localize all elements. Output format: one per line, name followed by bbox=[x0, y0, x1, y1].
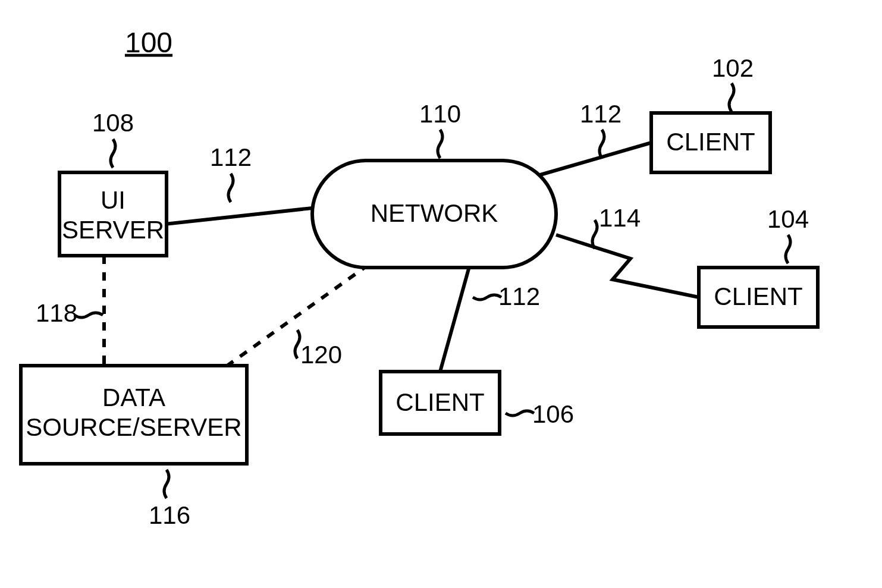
ref-106: 106 bbox=[532, 400, 574, 428]
ref-squiggle-120 bbox=[295, 330, 300, 359]
ref-116: 116 bbox=[149, 501, 190, 529]
client-right-label: CLIENT bbox=[714, 282, 802, 310]
ref-squiggle-112-top bbox=[599, 130, 604, 158]
data-source-label-line1: DATA bbox=[102, 383, 165, 411]
data-source-node: DATA SOURCE/SERVER bbox=[21, 366, 247, 464]
ref-squiggle-106 bbox=[506, 411, 534, 416]
ref-104: 104 bbox=[767, 205, 809, 233]
link-ui-server-to-network bbox=[149, 208, 312, 226]
ref-squiggle-110 bbox=[438, 130, 442, 158]
ref-110: 110 bbox=[419, 100, 461, 128]
ui-server-node: UI SERVER bbox=[59, 172, 167, 256]
ref-114: 114 bbox=[599, 204, 641, 232]
diagram-title-ref: 100 bbox=[125, 27, 172, 58]
ref-squiggle-114 bbox=[592, 220, 597, 249]
client-top-label: CLIENT bbox=[666, 128, 755, 156]
ref-118: 118 bbox=[36, 299, 77, 327]
client-top-node: CLIENT bbox=[651, 113, 770, 172]
ref-squiggle-112-bottom bbox=[473, 295, 501, 300]
ref-108: 108 bbox=[92, 109, 134, 137]
ui-server-label-line1: UI bbox=[101, 186, 125, 214]
ref-102: 102 bbox=[712, 54, 754, 82]
network-node: NETWORK bbox=[312, 161, 556, 268]
link-network-to-client-top bbox=[538, 143, 651, 175]
ref-120: 120 bbox=[300, 341, 342, 369]
client-bottom-label: CLIENT bbox=[396, 388, 484, 416]
client-right-node: CLIENT bbox=[699, 268, 818, 327]
link-network-to-client-right bbox=[556, 235, 699, 297]
data-source-label-line2: SOURCE/SERVER bbox=[26, 413, 241, 441]
ref-squiggle-102 bbox=[729, 83, 734, 112]
ref-112-left: 112 bbox=[210, 143, 252, 171]
ui-server-label-line2: SERVER bbox=[62, 216, 164, 244]
ref-112-top: 112 bbox=[580, 100, 622, 128]
link-network-to-client-bottom bbox=[440, 265, 470, 372]
ref-squiggle-116 bbox=[164, 470, 169, 498]
network-label: NETWORK bbox=[371, 199, 498, 227]
ref-squiggle-118 bbox=[74, 313, 103, 317]
ref-squiggle-112-left bbox=[228, 174, 233, 202]
ref-squiggle-104 bbox=[786, 235, 790, 263]
ref-112-bottom: 112 bbox=[498, 282, 540, 310]
client-bottom-node: CLIENT bbox=[381, 372, 500, 434]
ref-squiggle-108 bbox=[111, 139, 115, 168]
